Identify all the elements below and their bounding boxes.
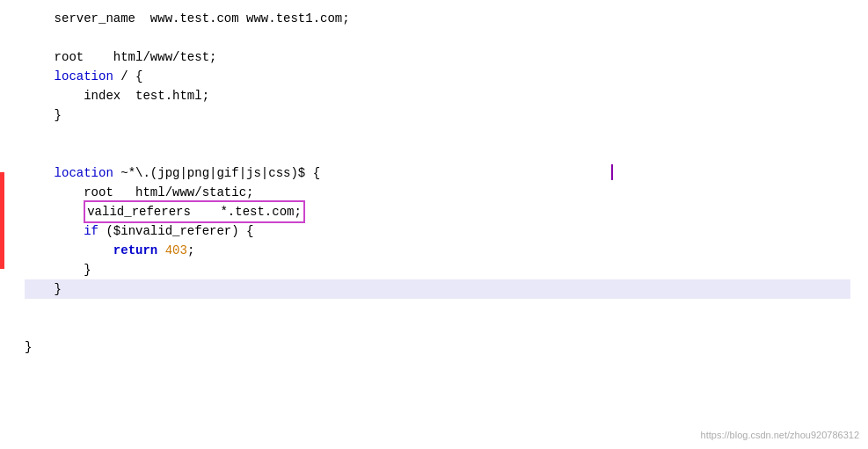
code-line-7 bbox=[25, 125, 850, 144]
code-text bbox=[25, 241, 113, 260]
code-text: ~*\.(jpg|png|gif|js|css)$ { bbox=[113, 163, 320, 183]
code-line-6: } bbox=[25, 105, 850, 125]
code-text: index test.html; bbox=[25, 86, 209, 105]
highlighted-valid-referers: valid_referers *.test.com; bbox=[84, 200, 305, 223]
code-editor[interactable]: server_name www.test.com www.test1.com; … bbox=[7, 0, 868, 449]
code-line-15: } bbox=[25, 279, 850, 299]
code-text bbox=[25, 163, 55, 183]
code-line-4: location / { bbox=[25, 67, 850, 86]
keyword-return: return bbox=[113, 241, 157, 260]
code-text: valid_referers *.test.com; bbox=[87, 205, 302, 219]
keyword-if: if bbox=[84, 221, 98, 241]
code-text: } bbox=[25, 279, 62, 299]
code-text: / { bbox=[113, 67, 143, 86]
code-line-16 bbox=[25, 299, 850, 318]
code-text: } bbox=[25, 105, 62, 125]
code-line-14: } bbox=[25, 260, 850, 279]
code-line-5: index test.html; bbox=[25, 86, 850, 105]
code-line-3: root html/www/test; bbox=[25, 47, 850, 67]
code-line-13: return 403; bbox=[25, 241, 850, 260]
code-text: server_name www.test.com www.test1.com; bbox=[25, 9, 350, 28]
cursor-indicator bbox=[611, 164, 613, 180]
editor-container: server_name www.test.com www.test1.com; … bbox=[0, 0, 868, 449]
code-line-9: location ~*\.(jpg|png|gif|js|css)$ { bbox=[25, 163, 850, 183]
code-line-2 bbox=[25, 28, 850, 47]
code-line-12: if ($invalid_referer) { bbox=[25, 221, 850, 241]
code-text bbox=[25, 221, 84, 241]
code-text bbox=[25, 202, 84, 221]
keyword-location2: location bbox=[55, 163, 113, 183]
code-line-8 bbox=[25, 144, 850, 163]
code-text bbox=[25, 67, 55, 86]
code-text: } bbox=[25, 337, 32, 357]
code-line-17 bbox=[25, 318, 850, 337]
code-text: root html/www/test; bbox=[25, 47, 216, 67]
keyword-location: location bbox=[55, 67, 113, 86]
code-text: ($invalid_referer) { bbox=[98, 221, 253, 241]
code-text: } bbox=[25, 260, 91, 279]
code-line-10: root html/www/static; bbox=[25, 183, 850, 202]
watermark: https://blog.csdn.net/zhou920786312 bbox=[701, 430, 859, 440]
code-line-18: } bbox=[25, 337, 850, 357]
code-line-11: valid_referers *.test.com; bbox=[25, 202, 850, 221]
code-value-403: 403 bbox=[165, 241, 187, 260]
code-line-1: server_name www.test.com www.test1.com; bbox=[25, 9, 850, 28]
code-text bbox=[157, 241, 164, 260]
code-text: ; bbox=[187, 241, 194, 260]
